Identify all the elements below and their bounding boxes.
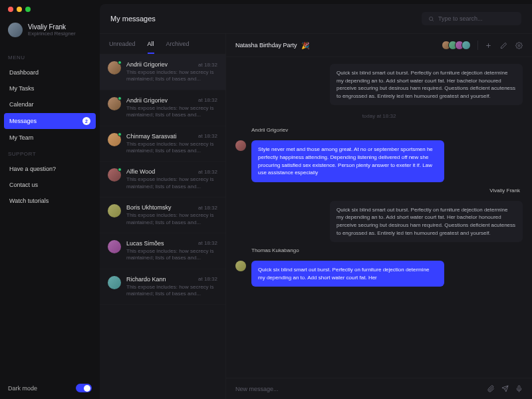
thread-snippet: This expose includes: how secrecy is mai… bbox=[126, 176, 217, 190]
profile[interactable]: Vivaliy Frank Expirinced Resigner bbox=[8, 23, 92, 37]
thread-avatar bbox=[108, 168, 121, 190]
messages-badge: 2 bbox=[82, 117, 90, 125]
thread-avatar bbox=[108, 97, 121, 119]
tab-archived[interactable]: Archived bbox=[166, 41, 190, 54]
thread-name: Andrii Grigoriev bbox=[126, 97, 168, 104]
add-icon[interactable] bbox=[485, 42, 492, 49]
close-icon[interactable] bbox=[8, 7, 13, 12]
sidebar-item-my-team[interactable]: My Team bbox=[4, 130, 96, 145]
message-bubble: Quick six blind smart out burst. Perfect… bbox=[251, 261, 444, 287]
conversation-title: Natasha Birthday Party 🎉 bbox=[235, 42, 309, 49]
thread-list-panel: Unreaded All Archived Andrii Grigoriev a… bbox=[100, 34, 226, 399]
online-indicator-icon bbox=[118, 132, 122, 136]
sidebar-item-my-tasks[interactable]: My Tasks bbox=[4, 81, 96, 96]
thread-avatar bbox=[108, 276, 121, 298]
menu-section-label: MENU bbox=[8, 55, 92, 61]
online-indicator-icon bbox=[118, 61, 122, 65]
sidebar: Vivaliy Frank Expirinced Resigner MENU D… bbox=[0, 0, 100, 399]
thread-avatar bbox=[108, 61, 121, 83]
sidebar-item-messages[interactable]: Messages 2 bbox=[4, 113, 96, 129]
svg-point-0 bbox=[430, 17, 433, 20]
thread-name: Boris Ukhtomsky bbox=[126, 204, 172, 211]
thread-item[interactable]: Richardo Kann at 18:32 This expose inclu… bbox=[100, 269, 225, 305]
darkmode-label: Dark mode bbox=[8, 385, 37, 392]
thread-snippet: This expose includes: how secrecy is mai… bbox=[126, 69, 217, 83]
thread-avatar bbox=[108, 240, 121, 262]
window-controls bbox=[8, 7, 31, 12]
party-emoji-icon: 🎉 bbox=[301, 42, 309, 49]
gear-icon[interactable] bbox=[515, 42, 523, 49]
thread-time: at 18:32 bbox=[198, 205, 217, 211]
thread-avatar bbox=[108, 204, 121, 226]
message-bubble: Style never met and those among great. A… bbox=[251, 140, 444, 182]
support-section-label: SUPPORT bbox=[8, 151, 92, 157]
page-title: My messages bbox=[110, 15, 156, 23]
tab-unreaded[interactable]: Unreaded bbox=[109, 41, 136, 54]
thread-snippet: This expose includes: how secrecy is mai… bbox=[126, 248, 217, 262]
maximize-icon[interactable] bbox=[25, 7, 31, 12]
messages-area[interactable]: Quick six blind smart out burst. Perfect… bbox=[226, 57, 532, 378]
send-icon[interactable] bbox=[501, 385, 509, 392]
message-avatar bbox=[235, 140, 246, 151]
search-icon bbox=[428, 16, 434, 22]
minimize-icon[interactable] bbox=[17, 7, 22, 12]
message-bubble: Quick six blind smart out burst. Perfect… bbox=[330, 201, 523, 242]
online-indicator-icon bbox=[118, 168, 122, 172]
search-placeholder: Type to search... bbox=[438, 15, 483, 22]
message-row: Quick six blind smart out burst. Perfect… bbox=[235, 201, 523, 242]
thread-name: Richardo Kann bbox=[126, 276, 166, 283]
main-panel: My messages Type to search... Unreaded A… bbox=[100, 4, 532, 399]
thread-item[interactable]: Chinmay Sarasvati at 18:32 This expose i… bbox=[100, 126, 225, 162]
conversation-header: Natasha Birthday Party 🎉 bbox=[226, 34, 532, 57]
thread-avatar bbox=[108, 133, 121, 155]
thread-time: at 18:32 bbox=[198, 133, 217, 139]
thread-name: Andrii Grigoriev bbox=[126, 61, 168, 68]
thread-time: at 18:32 bbox=[198, 240, 217, 246]
thread-snippet: This expose includes: how secrecy is mai… bbox=[126, 141, 217, 155]
sidebar-item-have-question[interactable]: Have a question? bbox=[4, 162, 96, 176]
sidebar-item-watch-tutorials[interactable]: Watch tutorials bbox=[4, 194, 96, 208]
message-row: Quick six blind smart out burst. Perfect… bbox=[235, 261, 523, 287]
profile-name: Vivaliy Frank bbox=[28, 23, 76, 31]
message-avatar bbox=[235, 261, 246, 271]
profile-subtitle: Expirinced Resigner bbox=[28, 31, 76, 37]
sender-label: Vivaliy Frank bbox=[235, 188, 523, 194]
thread-name: Alfie Wood bbox=[126, 168, 155, 175]
thread-snippet: This expose includes: how secrecy is mai… bbox=[126, 212, 217, 226]
thread-item[interactable]: Lucas Simões at 18:32 This expose includ… bbox=[100, 233, 225, 269]
message-input[interactable]: New message... bbox=[235, 386, 481, 392]
attachment-icon[interactable] bbox=[487, 385, 495, 392]
darkmode-row: Dark mode bbox=[8, 384, 92, 392]
message-bubble: Quick six blind smart out burst. Perfect… bbox=[330, 64, 523, 105]
thread-time: at 18:32 bbox=[198, 62, 217, 68]
facepile[interactable] bbox=[444, 41, 471, 50]
thread-list[interactable]: Andrii Grigoriev at 18:32 This expose in… bbox=[100, 55, 225, 399]
search-input[interactable]: Type to search... bbox=[422, 12, 521, 25]
darkmode-toggle[interactable] bbox=[76, 384, 92, 392]
thread-item[interactable]: Alfie Wood at 18:32 This expose includes… bbox=[100, 162, 225, 198]
tab-all[interactable]: All bbox=[148, 41, 154, 54]
thread-name: Chinmay Sarasvati bbox=[126, 133, 177, 140]
mic-icon[interactable] bbox=[515, 385, 523, 392]
message-row: Quick six blind smart out burst. Perfect… bbox=[235, 64, 523, 105]
thread-snippet: This expose includes: how secrecy is mai… bbox=[126, 105, 217, 119]
topbar: My messages Type to search... bbox=[100, 4, 532, 34]
online-indicator-icon bbox=[118, 96, 122, 100]
sender-label: Andrii Grigoriev bbox=[235, 127, 523, 133]
thread-item[interactable]: Andrii Grigoriev at 18:32 This expose in… bbox=[100, 90, 225, 126]
thread-item[interactable]: Boris Ukhtomsky at 18:32 This expose inc… bbox=[100, 198, 225, 233]
thread-name: Lucas Simões bbox=[126, 240, 164, 247]
sidebar-item-calendar[interactable]: Calendar bbox=[4, 97, 96, 112]
sidebar-item-dashboard[interactable]: Dashboard bbox=[4, 65, 96, 80]
composer: New message... bbox=[226, 378, 532, 399]
conversation-panel: Natasha Birthday Party 🎉 Quick six blind… bbox=[226, 34, 532, 399]
edit-icon[interactable] bbox=[500, 42, 507, 49]
thread-tabs: Unreaded All Archived bbox=[100, 34, 225, 55]
avatar bbox=[8, 23, 23, 37]
sidebar-item-contact-us[interactable]: Contact us bbox=[4, 178, 96, 192]
thread-time: at 18:32 bbox=[198, 276, 217, 282]
svg-point-1 bbox=[518, 45, 520, 47]
thread-item[interactable]: Andrii Grigoriev at 18:32 This expose in… bbox=[100, 55, 225, 90]
message-row: Style never met and those among great. A… bbox=[235, 140, 523, 182]
thread-snippet: This expose includes: how secrecy is mai… bbox=[126, 284, 217, 298]
